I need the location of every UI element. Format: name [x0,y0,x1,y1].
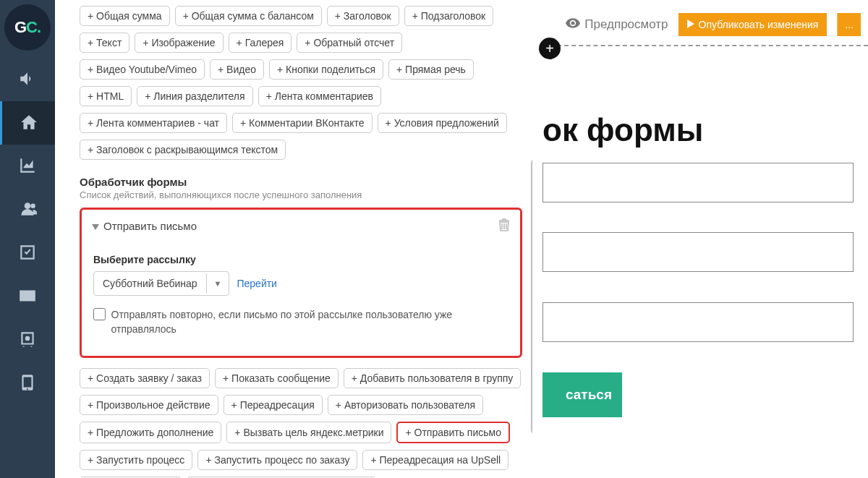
chevron-down-icon [92,220,99,232]
block-button[interactable]: + HTML [80,86,132,106]
section-subtitle: Список действий, выполняющихся после усп… [69,189,532,208]
field-label: Выберите рассылку [92,244,510,271]
section-title: Обработчик формы [69,161,532,189]
section-divider [557,45,868,46]
topbar: Предпросмотр Опубликовать изменения ... [566,13,868,36]
add-section-button[interactable]: + [539,38,561,59]
block-button[interactable]: + Прямая речь [388,59,474,80]
action-button[interactable]: + Запустить процесс [80,450,192,470]
page-title: ок формы [542,112,703,148]
mobile-icon [18,373,37,394]
block-buttons-top: + Общая сумма+ Общая сумма с балансом+ З… [69,6,532,161]
preview-label: Предпросмотр [584,17,668,32]
block-button[interactable]: + Заголовок с раскрывающимся текстом [80,140,286,160]
action-button[interactable]: + Произвольное действие [80,395,218,415]
action-button[interactable]: + Переадресация на UpSell [362,450,509,470]
block-button[interactable]: + Текст [80,33,129,53]
resend-checkbox-label: Отправлять повторно, если письмо по этой… [111,307,509,337]
resend-checkbox[interactable] [93,308,106,320]
publish-label: Опубликовать изменения [699,19,819,30]
action-button[interactable]: + Запустить процесс по заказу [197,450,357,470]
preview-link[interactable]: Предпросмотр [566,17,668,32]
editor-panel: + Общая сумма+ Общая сумма с балансом+ З… [69,0,532,478]
block-button[interactable]: + Общая сумма [80,6,170,26]
scrollbar[interactable] [531,159,532,434]
play-icon [687,19,694,30]
delete-card-button[interactable] [498,218,510,234]
submit-label: саться [566,387,612,403]
action-button[interactable]: + Вызвать цель яндекс.метрики [226,422,391,443]
form-field-3[interactable] [542,302,854,342]
safe-icon [18,330,37,351]
form-submit-button[interactable]: саться [542,372,622,417]
sidebar-item-tasks[interactable] [0,231,55,275]
block-button[interactable]: + Кнопки поделиться [269,59,383,80]
sound-icon [18,69,37,90]
block-button[interactable]: + Условия предложений [378,113,507,133]
action-button[interactable]: + Добавить пользователя в группу [344,368,522,388]
resend-checkbox-row[interactable]: Отправлять повторно, если письмо по этой… [92,296,510,337]
logo-c: C. [26,18,41,37]
sidebar-item-safe[interactable] [0,318,55,362]
check-icon [18,243,37,264]
block-button[interactable]: + Лента комментариев [258,86,381,106]
action-button[interactable]: + Показать сообщение [215,368,339,388]
block-button[interactable]: + Обратный отсчет [297,33,402,53]
card-title: Отправить письмо [103,220,197,232]
mailing-select[interactable]: Субботний Вебинар ▼ [93,271,229,296]
home-icon [20,113,38,134]
block-button[interactable]: + Линия разделителя [137,86,252,106]
sidebar-item-home[interactable] [0,101,55,145]
trash-icon [498,221,510,234]
action-button[interactable]: + Отправить письмо [396,422,509,443]
sidebar-item-mail[interactable] [0,275,55,318]
form-field-1[interactable] [542,163,854,202]
card-toggle[interactable]: Отправить письмо [92,220,197,232]
block-button[interactable]: + Подзаголовок [404,6,494,26]
sidebar-item-users[interactable] [0,188,55,231]
publish-button[interactable]: Опубликовать изменения [678,13,827,36]
logo[interactable]: GC. [4,4,51,51]
sidebar-item-mobile[interactable] [0,362,55,405]
action-button[interactable]: + Переадресация [224,395,323,415]
form-field-2[interactable] [542,232,854,272]
users-icon [18,200,37,221]
block-button[interactable]: + Изображение [135,33,223,53]
chart-icon [18,156,37,177]
block-button[interactable]: + Галерея [229,33,292,53]
block-button[interactable]: + Видео [210,59,264,80]
block-button[interactable]: + Комментарии ВКонтакте [232,113,373,133]
action-button[interactable]: + Авторизовать пользователя [328,395,483,415]
more-button[interactable]: ... [837,13,861,36]
action-card-send-mail: Отправить письмо Выберите рассылку Суббо… [80,208,522,358]
action-button[interactable]: + Предложить дополнение [80,422,221,443]
select-value: Субботний Вебинар [94,272,206,295]
sidebar: GC. [0,0,55,478]
block-button[interactable]: + Заголовок [327,6,399,26]
go-link[interactable]: Перейти [237,278,276,289]
mail-icon [18,286,37,307]
dropdown-arrow-icon: ▼ [206,273,229,294]
sidebar-item-analytics[interactable] [0,145,55,188]
sidebar-item-sound[interactable] [0,58,55,101]
block-button[interactable]: + Лента комментариев - чат [80,113,227,133]
eye-icon [566,17,580,32]
logo-g: G [14,18,26,37]
action-buttons-bottom: + Создать заявку / заказ+ Показать сообщ… [69,368,532,478]
action-button[interactable]: + Создать заявку / заказ [80,368,210,388]
block-button[interactable]: + Видео Youtube/Vimeo [80,59,205,80]
block-button[interactable]: + Общая сумма с балансом [175,6,322,26]
